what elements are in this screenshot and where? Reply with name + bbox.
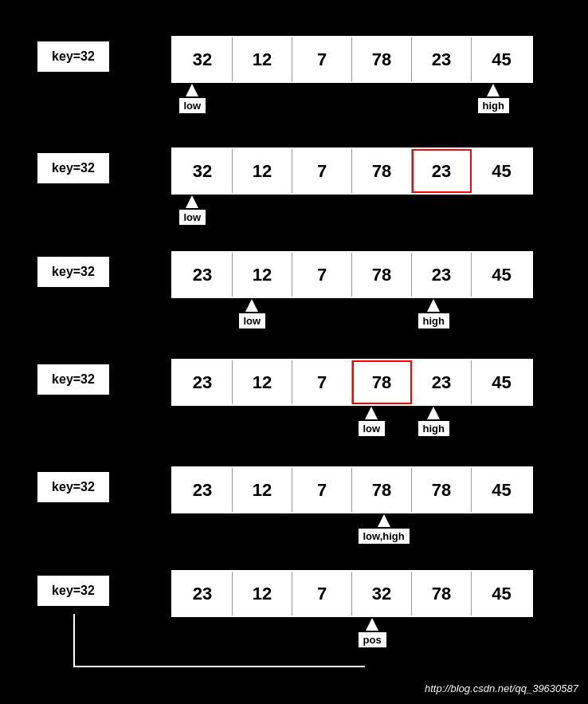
arrow-label: low,high [359, 529, 410, 544]
arrow-indicator: low [239, 299, 266, 328]
array-cell: 7 [292, 468, 352, 512]
array-row: 32127782345 [171, 147, 533, 195]
arrow-up-icon [378, 514, 390, 527]
array-cell: 45 [472, 468, 531, 512]
array-cell: 7 [292, 360, 352, 404]
array-cell: 78 [352, 253, 412, 297]
arrow-up-icon [366, 618, 378, 631]
key-label: key=32 [37, 153, 109, 183]
array-cell: 12 [233, 572, 292, 616]
horizontal-line [73, 666, 365, 667]
arrow-up-icon [186, 195, 198, 208]
array-cell: 23 [412, 37, 472, 81]
arrow-up-icon [427, 407, 440, 419]
diagram: key=3232127782345lowhighkey=323212778234… [0, 0, 588, 704]
array-cell: 7 [292, 572, 352, 616]
arrow-indicator: pos [359, 618, 386, 647]
arrow-label: low [239, 313, 266, 328]
array-row: 32127782345 [171, 36, 533, 83]
arrow-label: high [418, 421, 449, 436]
vertical-line [73, 614, 75, 666]
array-cell: 78 [352, 37, 412, 81]
array-cell: 78 [412, 572, 472, 616]
array-cell: 45 [472, 149, 531, 193]
arrow-label: high [418, 313, 449, 328]
array-row: 23127787845 [171, 466, 533, 513]
array-cell: 45 [472, 37, 531, 81]
array-cell: 23 [412, 360, 472, 404]
array-cell: 12 [233, 360, 292, 404]
array-cell: 78 [352, 149, 412, 193]
arrow-up-icon [245, 299, 258, 312]
array-cell: 45 [472, 253, 531, 297]
arrow-label: pos [359, 632, 386, 647]
arrow-indicator: low [179, 195, 206, 225]
array-cell: 78 [352, 360, 412, 404]
array-cell: 12 [233, 468, 292, 512]
arrow-indicator: high [418, 407, 449, 436]
array-cell: 32 [173, 37, 233, 81]
key-label: key=32 [37, 576, 109, 606]
array-cell: 12 [233, 37, 292, 81]
array-cell: 78 [352, 468, 412, 512]
arrow-indicator: high [418, 299, 449, 328]
arrow-up-icon [186, 84, 198, 96]
arrow-up-icon [487, 84, 500, 96]
arrow-up-icon [365, 407, 378, 419]
array-cell: 12 [233, 253, 292, 297]
array-row: 23127782345 [171, 359, 533, 406]
arrow-label: low [359, 421, 386, 436]
array-cell: 23 [173, 572, 233, 616]
array-cell: 45 [472, 360, 531, 404]
array-cell: 23 [173, 468, 233, 512]
arrow-label: low [179, 98, 206, 113]
key-label: key=32 [37, 41, 109, 72]
array-cell: 45 [472, 572, 531, 616]
arrow-label: high [478, 98, 509, 113]
array-cell: 23 [412, 149, 472, 193]
array-cell: 23 [173, 360, 233, 404]
arrow-up-icon [427, 299, 440, 312]
array-cell: 12 [233, 149, 292, 193]
arrow-indicator: low,high [359, 514, 410, 544]
array-cell: 78 [412, 468, 472, 512]
array-cell: 7 [292, 253, 352, 297]
array-cell: 23 [173, 253, 233, 297]
footer-url: http://blog.csdn.net/qq_39630587 [425, 682, 578, 694]
arrow-indicator: low [359, 407, 386, 436]
array-cell: 7 [292, 37, 352, 81]
arrow-indicator: high [478, 84, 509, 113]
key-label: key=32 [37, 472, 109, 502]
array-row: 23127327845 [171, 570, 533, 617]
array-cell: 32 [173, 149, 233, 193]
array-cell: 7 [292, 149, 352, 193]
array-cell: 32 [352, 572, 412, 616]
key-label: key=32 [37, 257, 109, 287]
array-row: 23127782345 [171, 251, 533, 298]
array-cell: 23 [412, 253, 472, 297]
arrow-label: low [179, 210, 206, 225]
key-label: key=32 [37, 364, 109, 395]
arrow-indicator: low [179, 84, 206, 113]
